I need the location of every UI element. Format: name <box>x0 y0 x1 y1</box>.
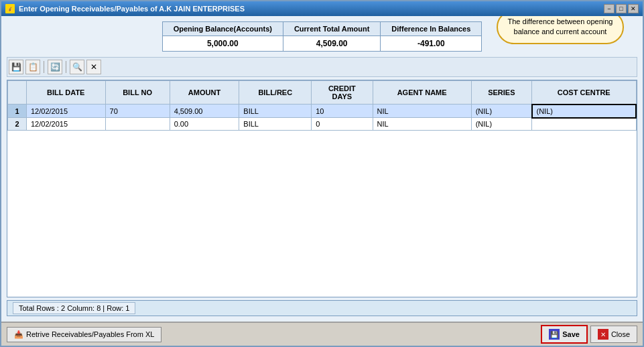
window-icon: 💰 <box>5 4 15 13</box>
cell-bill-date[interactable]: 12/02/2015 <box>27 105 106 118</box>
cell-amount[interactable]: 0.00 <box>170 118 239 131</box>
status-bar: Total Rows : 2 Column: 8 | Row: 1 <box>7 300 637 316</box>
cell-series[interactable]: (NIL) <box>471 118 531 131</box>
title-bar-controls: − □ ✕ <box>604 4 639 13</box>
close-button[interactable]: ✕ Close <box>590 326 637 343</box>
summary-difference: -491.00 <box>381 36 482 52</box>
title-bar: 💰 Enter Opening Receivables/Payables of … <box>1 1 643 16</box>
cell-credit-days[interactable]: 10 <box>312 105 373 118</box>
footer-left: 📥 Retrive Receivables/Payables From XL <box>7 327 162 342</box>
save-label: Save <box>562 330 580 338</box>
toolbar-refresh-icon[interactable]: 🔄 <box>48 60 62 74</box>
cell-bill-date[interactable]: 12/02/2015 <box>27 118 106 131</box>
summary-table: Opening Balance(Accounts) Current Total … <box>162 21 482 52</box>
col-header-series: SERIES <box>471 81 531 105</box>
summary-current-total: 4,509.00 <box>283 36 380 52</box>
cell-series[interactable]: (NIL) <box>471 105 531 118</box>
summary-col3-header: Difference In Balances <box>381 22 482 36</box>
status-text: Total Rows : 2 Column: 8 | Row: 1 <box>13 302 135 314</box>
col-header-rownum <box>8 81 27 105</box>
cell-cost-centre[interactable] <box>532 118 637 131</box>
toolbar-separator2 <box>66 61 66 73</box>
cell-bill-rec[interactable]: BILL <box>239 105 312 118</box>
col-header-credit-days: CREDITDAYS <box>312 81 373 105</box>
cell-rownum[interactable]: 2 <box>8 118 27 131</box>
cell-rownum[interactable]: 1 <box>8 105 27 118</box>
main-window: 💰 Enter Opening Receivables/Payables of … <box>0 0 644 347</box>
cell-agent-name[interactable]: NIL <box>373 105 471 118</box>
maximize-button[interactable]: □ <box>616 4 627 13</box>
content-area: Opening Balance(Accounts) Current Total … <box>1 16 643 322</box>
retrieve-icon: 📥 <box>14 330 23 339</box>
summary-col1-header: Opening Balance(Accounts) <box>162 22 283 36</box>
cell-agent-name[interactable]: NIL <box>373 118 471 131</box>
toolbar-close-icon[interactable]: ✕ <box>86 60 101 74</box>
cell-amount[interactable]: 4,509.00 <box>170 105 239 118</box>
title-bar-left: 💰 Enter Opening Receivables/Payables of … <box>5 4 245 13</box>
col-header-agent-name: AGENT NAME <box>373 81 471 105</box>
retrieve-button[interactable]: 📥 Retrive Receivables/Payables From XL <box>7 327 162 342</box>
toolbar-copy-icon[interactable]: 📋 <box>25 60 40 74</box>
toolbar-separator1 <box>44 61 44 73</box>
col-header-amount: AMOUNT <box>170 81 239 105</box>
close-label: Close <box>611 330 630 338</box>
minimize-button[interactable]: − <box>604 4 615 13</box>
data-grid: BILL DATE BILL NO AMOUNT BILL/REC CREDIT… <box>7 80 637 131</box>
col-header-bill-no: BILL NO <box>105 81 170 105</box>
cell-bill-no[interactable]: 70 <box>105 105 170 118</box>
summary-opening-balance: 5,000.00 <box>162 36 283 52</box>
cell-cost-centre[interactable]: (NIL) <box>532 105 637 118</box>
toolbar-search-icon[interactable]: 🔍 <box>70 60 84 74</box>
cell-bill-rec[interactable]: BILL <box>239 118 312 131</box>
col-header-cost-centre: COST CENTRE <box>532 81 637 105</box>
table-row[interactable]: 112/02/2015704,509.00BILL10NIL(NIL)(NIL) <box>8 105 637 118</box>
window-title: Enter Opening Receivables/Payables of A.… <box>19 5 245 13</box>
callout-tooltip: The difference between opening balance a… <box>497 16 624 44</box>
data-grid-wrapper: BILL DATE BILL NO AMOUNT BILL/REC CREDIT… <box>7 80 637 297</box>
save-button[interactable]: 💾 Save <box>541 325 588 344</box>
save-icon: 💾 <box>549 329 560 340</box>
retrieve-label: Retrive Receivables/Payables From XL <box>26 330 154 338</box>
footer-right: 💾 Save ✕ Close <box>541 325 637 344</box>
summary-col2-header: Current Total Amount <box>283 22 380 36</box>
cell-credit-days[interactable]: 0 <box>312 118 373 131</box>
close-icon: ✕ <box>598 329 608 340</box>
col-header-bill-date: BILL DATE <box>27 81 106 105</box>
cell-bill-no[interactable] <box>105 118 170 131</box>
window-close-button[interactable]: ✕ <box>628 4 639 13</box>
footer: 📥 Retrive Receivables/Payables From XL 💾… <box>1 322 643 346</box>
toolbar-save-icon[interactable]: 💾 <box>9 60 23 74</box>
toolbar: 💾 📋 🔄 🔍 ✕ <box>7 57 637 77</box>
table-row[interactable]: 212/02/20150.00BILL0NIL(NIL) <box>8 118 637 131</box>
col-header-bill-rec: BILL/REC <box>239 81 312 105</box>
